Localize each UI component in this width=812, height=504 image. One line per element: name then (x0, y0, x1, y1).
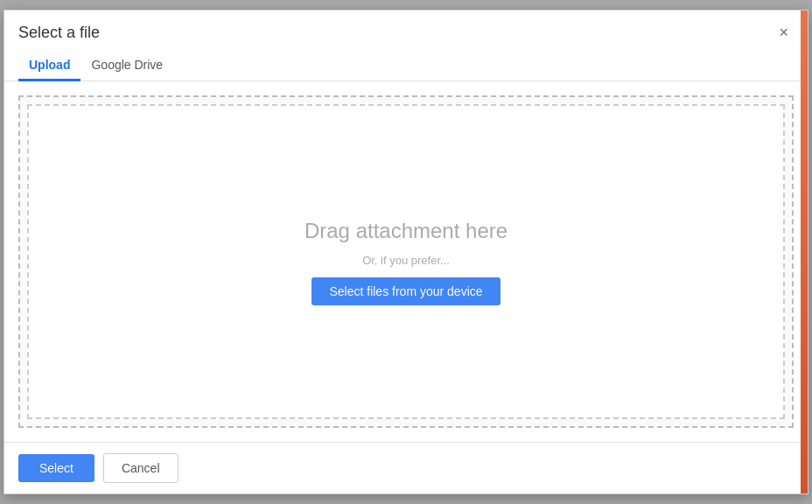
drop-zone-inner[interactable]: Drag attachment here Or, if you prefer..… (27, 104, 785, 419)
select-files-button[interactable]: Select files from your device (312, 277, 500, 305)
tabs-bar: Upload Google Drive (4, 51, 808, 81)
right-accent-bar (801, 10, 808, 494)
cancel-button[interactable]: Cancel (103, 453, 178, 483)
or-text: Or, if you prefer... (362, 254, 450, 267)
dialog-header: Select a file × (4, 10, 808, 51)
dialog-title: Select a file (18, 24, 100, 42)
drop-zone-outer: Drag attachment here Or, if you prefer..… (18, 95, 794, 428)
dialog-footer: Select Cancel (4, 442, 808, 494)
dialog-body: Drag attachment here Or, if you prefer..… (4, 81, 808, 442)
footer-select-button[interactable]: Select (18, 454, 94, 482)
dialog: Select a file × Upload Google Drive Drag… (4, 10, 808, 494)
close-button[interactable]: × (774, 23, 794, 42)
drag-text: Drag attachment here (304, 219, 508, 243)
tab-upload[interactable]: Upload (18, 51, 80, 81)
overlay: Select a file × Upload Google Drive Drag… (0, 0, 812, 504)
tab-google-drive[interactable]: Google Drive (80, 51, 173, 81)
